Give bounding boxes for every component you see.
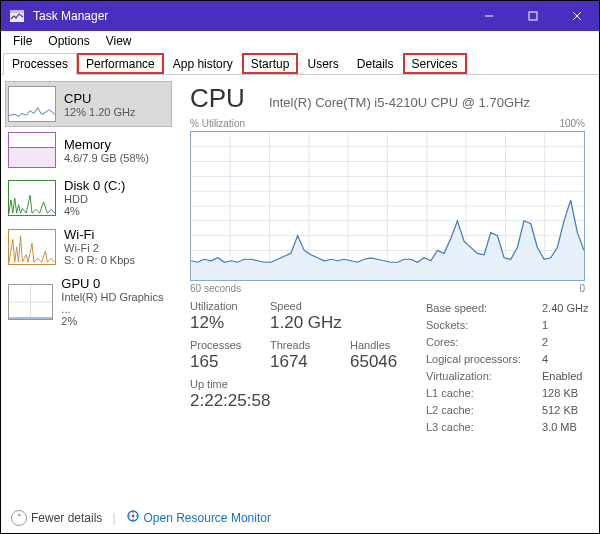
maximize-button[interactable] <box>511 1 555 31</box>
uptime-value: 2:22:25:58 <box>190 391 310 411</box>
sidebar-item-gpu[interactable]: GPU 0 Intel(R) HD Graphics ... 2% <box>5 271 172 332</box>
chart-label-top-right: 100% <box>559 118 585 129</box>
base-speed-value: 2.40 GHz <box>542 300 590 317</box>
window-title: Task Manager <box>33 9 467 23</box>
menu-file[interactable]: File <box>5 32 40 50</box>
sidebar-item-sub: Wi-Fi 2 <box>64 242 135 254</box>
main-panel: CPU Intel(R) Core(TM) i5-4210U CPU @ 1.7… <box>176 75 599 501</box>
app-icon <box>9 8 25 24</box>
virt-label: Virtualization: <box>426 368 524 385</box>
wifi-thumb-icon <box>8 229 56 265</box>
sidebar-item-sub: HDD <box>64 193 125 205</box>
footer: ˄ Fewer details | Open Resource Monitor <box>1 501 599 533</box>
speed-value: 1.20 GHz <box>270 313 342 333</box>
cpu-thumb-icon <box>8 86 56 122</box>
tab-startup[interactable]: Startup <box>242 53 299 74</box>
disk-thumb-icon <box>8 180 56 216</box>
open-resource-monitor-label: Open Resource Monitor <box>144 511 271 525</box>
minimize-button[interactable] <box>467 1 511 31</box>
sidebar-item-sub2: 2% <box>61 315 169 327</box>
sidebar-item-label: Memory <box>64 137 149 152</box>
tab-performance[interactable]: Performance <box>77 53 164 74</box>
tabbar: Processes Performance App history Startu… <box>1 51 599 75</box>
svg-rect-3 <box>529 12 537 20</box>
monitor-icon <box>126 509 140 526</box>
cores-value: 2 <box>542 334 590 351</box>
cpu-model: Intel(R) Core(TM) i5-4210U CPU @ 1.70GHz <box>269 95 530 110</box>
menu-view[interactable]: View <box>98 32 140 50</box>
sidebar-item-sub2: S: 0 R: 0 Kbps <box>64 254 135 266</box>
tab-details[interactable]: Details <box>348 53 403 74</box>
base-speed-label: Base speed: <box>426 300 524 317</box>
sidebar-item-memory[interactable]: Memory 4.6/7.9 GB (58%) <box>5 127 172 173</box>
sidebar-item-wifi[interactable]: Wi-Fi Wi-Fi 2 S: 0 R: 0 Kbps <box>5 222 172 271</box>
sidebar-item-cpu[interactable]: CPU 12% 1.20 GHz <box>5 81 172 127</box>
uptime-label: Up time <box>190 378 310 390</box>
sidebar-item-sub2: 4% <box>64 205 125 217</box>
content: CPU 12% 1.20 GHz Memory 4.6/7.9 GB (58%)… <box>1 75 599 501</box>
chart-area: % Utilization 100% 60 seconds 0 <box>190 118 585 294</box>
lp-label: Logical processors: <box>426 351 524 368</box>
close-button[interactable] <box>555 1 599 31</box>
handles-label: Handles <box>350 339 408 351</box>
lp-value: 4 <box>542 351 590 368</box>
sidebar-item-label: Wi-Fi <box>64 227 135 242</box>
l2-label: L2 cache: <box>426 402 524 419</box>
speed-label: Speed <box>270 300 342 312</box>
page-title: CPU <box>190 83 245 114</box>
chart-label-bottom-right: 0 <box>579 283 585 294</box>
sidebar-item-sub: Intel(R) HD Graphics ... <box>61 291 169 315</box>
threads-label: Threads <box>270 339 328 351</box>
fewer-details-button[interactable]: ˄ Fewer details <box>11 510 102 526</box>
memory-thumb-icon <box>8 132 56 168</box>
sidebar-item-label: GPU 0 <box>61 276 169 291</box>
utilization-value: 12% <box>190 313 248 333</box>
virt-value: Enabled <box>542 368 590 385</box>
processes-label: Processes <box>190 339 248 351</box>
tab-processes[interactable]: Processes <box>3 53 77 75</box>
chart-label-bottom-left: 60 seconds <box>190 283 241 294</box>
cpu-chart <box>190 131 585 281</box>
stats-area: Utilization 12% Speed 1.20 GHz Processes… <box>190 300 585 436</box>
handles-value: 65046 <box>350 352 408 372</box>
l2-value: 512 KB <box>542 402 590 419</box>
sidebar-item-label: Disk 0 (C:) <box>64 178 125 193</box>
sockets-label: Sockets: <box>426 317 524 334</box>
l3-value: 3.0 MB <box>542 419 590 436</box>
sidebar-item-sub: 12% 1.20 GHz <box>64 106 136 118</box>
titlebar: Task Manager <box>1 1 599 31</box>
chevron-up-icon: ˄ <box>11 510 27 526</box>
open-resource-monitor-link[interactable]: Open Resource Monitor <box>126 509 271 526</box>
l3-label: L3 cache: <box>426 419 524 436</box>
fewer-details-label: Fewer details <box>31 511 102 525</box>
window-controls <box>467 1 599 31</box>
sockets-value: 1 <box>542 317 590 334</box>
tab-users[interactable]: Users <box>298 53 347 74</box>
chart-label-top-left: % Utilization <box>190 118 245 129</box>
tab-app-history[interactable]: App history <box>164 53 242 74</box>
sidebar-item-disk[interactable]: Disk 0 (C:) HDD 4% <box>5 173 172 222</box>
svg-rect-1 <box>10 10 24 13</box>
separator: | <box>112 511 115 525</box>
cores-label: Cores: <box>426 334 524 351</box>
menu-options[interactable]: Options <box>40 32 97 50</box>
sidebar-item-label: CPU <box>64 91 136 106</box>
l1-value: 128 KB <box>542 385 590 402</box>
sidebar: CPU 12% 1.20 GHz Memory 4.6/7.9 GB (58%)… <box>1 75 176 501</box>
menubar: File Options View <box>1 31 599 51</box>
threads-value: 1674 <box>270 352 328 372</box>
gpu-thumb-icon <box>8 284 53 320</box>
utilization-label: Utilization <box>190 300 248 312</box>
processes-value: 165 <box>190 352 248 372</box>
svg-point-27 <box>131 515 134 518</box>
l1-label: L1 cache: <box>426 385 524 402</box>
sidebar-item-sub: 4.6/7.9 GB (58%) <box>64 152 149 164</box>
tab-services[interactable]: Services <box>403 53 467 74</box>
